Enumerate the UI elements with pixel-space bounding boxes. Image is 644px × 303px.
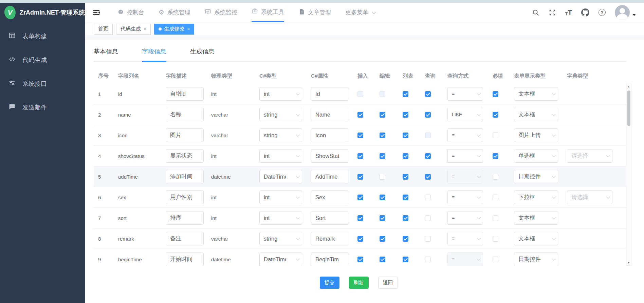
edit-checkbox[interactable]: [380, 236, 385, 242]
desc-input[interactable]: 名称: [166, 108, 204, 121]
desc-input[interactable]: 添加时间: [166, 170, 204, 183]
sidebar-item-form-builder[interactable]: 表单构建: [0, 24, 85, 48]
tab-generate-info[interactable]: 生成信息: [190, 47, 215, 61]
edit-checkbox[interactable]: [380, 133, 385, 138]
insert-checkbox[interactable]: [357, 257, 363, 262]
cs-prop-input[interactable]: BeginTim: [311, 252, 348, 266]
query-mode-select[interactable]: =: [447, 232, 483, 245]
dict-type-select[interactable]: 请选择: [567, 149, 612, 163]
query-checkbox[interactable]: [425, 133, 431, 138]
insert-checkbox[interactable]: [357, 195, 363, 200]
nav-item-system-admin[interactable]: ⚙ 系统管理: [159, 3, 190, 22]
display-type-select[interactable]: 文本框: [514, 211, 558, 225]
edit-checkbox[interactable]: [380, 174, 385, 180]
cs-prop-input[interactable]: Icon: [311, 128, 348, 142]
cs-type-select[interactable]: int: [259, 211, 302, 225]
github-icon[interactable]: [581, 8, 589, 17]
query-checkbox[interactable]: [425, 257, 431, 262]
display-type-select[interactable]: 日期控件: [514, 252, 558, 266]
required-checkbox[interactable]: [493, 153, 498, 159]
scroll-down-icon[interactable]: ▼: [627, 261, 630, 264]
required-checkbox[interactable]: [493, 112, 498, 118]
display-type-select[interactable]: 下拉框: [514, 190, 558, 204]
required-checkbox[interactable]: [493, 91, 498, 97]
query-mode-select[interactable]: =: [447, 211, 483, 225]
display-type-select[interactable]: 日期控件: [514, 170, 558, 183]
edit-checkbox[interactable]: [380, 153, 385, 159]
collapse-sidebar-icon[interactable]: [90, 3, 103, 22]
query-mode-select[interactable]: =: [447, 128, 483, 142]
query-mode-select[interactable]: =: [447, 87, 483, 101]
cs-type-select[interactable]: DateTime: [259, 252, 302, 266]
close-icon[interactable]: ×: [144, 26, 146, 32]
query-checkbox[interactable]: [425, 174, 431, 180]
display-type-select[interactable]: 单选框: [514, 149, 558, 163]
query-checkbox[interactable]: [425, 112, 431, 118]
font-size-icon[interactable]: TT: [565, 9, 572, 16]
list-checkbox[interactable]: [403, 153, 408, 159]
cs-type-select[interactable]: string: [259, 108, 302, 121]
required-checkbox[interactable]: [493, 174, 498, 180]
list-checkbox[interactable]: [403, 91, 408, 97]
query-mode-select[interactable]: =: [447, 170, 483, 183]
user-menu[interactable]: [615, 5, 636, 20]
required-checkbox[interactable]: [493, 133, 498, 138]
insert-checkbox[interactable]: [357, 133, 363, 138]
display-type-select[interactable]: 图片上传: [514, 128, 558, 142]
sidebar-item-send-mail[interactable]: 发送邮件: [0, 96, 85, 119]
cs-type-select[interactable]: string: [259, 128, 302, 142]
query-mode-select[interactable]: =: [447, 149, 483, 163]
scroll-up-icon[interactable]: ▲: [627, 85, 630, 88]
insert-checkbox[interactable]: [357, 174, 363, 180]
desc-input[interactable]: 用户性别: [166, 190, 204, 204]
display-type-select[interactable]: 文本框: [514, 108, 558, 121]
required-checkbox[interactable]: [493, 236, 498, 242]
cs-prop-input[interactable]: ShowStat: [311, 149, 348, 163]
nav-item-article-admin[interactable]: 文章管理: [298, 3, 331, 22]
cs-type-select[interactable]: string: [259, 232, 302, 245]
insert-checkbox[interactable]: [357, 91, 363, 97]
insert-checkbox[interactable]: [357, 236, 363, 242]
dict-type-select[interactable]: 请选择: [567, 190, 612, 204]
table-scrollbar[interactable]: ▲ ▼: [626, 84, 631, 266]
tag-generate-edit[interactable]: 生成修改 ×: [154, 24, 195, 35]
list-checkbox[interactable]: [403, 236, 408, 242]
display-type-select[interactable]: 文本框: [514, 232, 558, 245]
edit-checkbox[interactable]: [380, 112, 385, 118]
edit-checkbox[interactable]: [380, 91, 385, 97]
desc-input[interactable]: 备注: [166, 232, 204, 245]
nav-item-system-monitor[interactable]: 系统监控: [205, 3, 237, 22]
edit-checkbox[interactable]: [380, 257, 385, 262]
cs-prop-input[interactable]: Id: [311, 87, 348, 101]
desc-input[interactable]: 排序: [166, 211, 204, 225]
nav-item-system-tools[interactable]: 系统工具: [252, 3, 284, 22]
list-checkbox[interactable]: [403, 195, 408, 200]
required-checkbox[interactable]: [493, 257, 498, 262]
back-button[interactable]: 返回: [378, 277, 398, 289]
fullscreen-icon[interactable]: [549, 9, 556, 16]
list-checkbox[interactable]: [403, 133, 408, 138]
query-checkbox[interactable]: [425, 153, 431, 159]
query-checkbox[interactable]: [425, 195, 431, 200]
cs-prop-input[interactable]: Sort: [311, 211, 348, 225]
scrollbar-thumb[interactable]: [627, 90, 630, 126]
desc-input[interactable]: 自增id: [166, 87, 204, 101]
display-type-select[interactable]: 文本框: [514, 87, 558, 101]
sidebar-item-api[interactable]: 系统接口: [0, 72, 85, 96]
search-icon[interactable]: [532, 9, 539, 16]
help-icon[interactable]: ?: [599, 9, 606, 16]
cs-type-select[interactable]: int: [259, 149, 302, 163]
sidebar-item-code-generate[interactable]: 代码生成: [0, 48, 85, 72]
tag-home[interactable]: 首页: [94, 24, 113, 35]
tag-code-generate[interactable]: 代码生成 ×: [116, 24, 151, 35]
insert-checkbox[interactable]: [357, 112, 363, 118]
list-checkbox[interactable]: [403, 215, 408, 221]
query-mode-select[interactable]: =: [447, 190, 483, 204]
query-checkbox[interactable]: [425, 215, 431, 221]
cs-type-select[interactable]: int: [259, 190, 302, 204]
cs-prop-input[interactable]: Sex: [311, 190, 348, 204]
submit-button[interactable]: 提交: [320, 277, 339, 289]
cs-type-select[interactable]: int: [259, 87, 302, 101]
cs-prop-input[interactable]: Name: [311, 108, 348, 121]
tab-field-info[interactable]: 字段信息: [142, 47, 166, 61]
